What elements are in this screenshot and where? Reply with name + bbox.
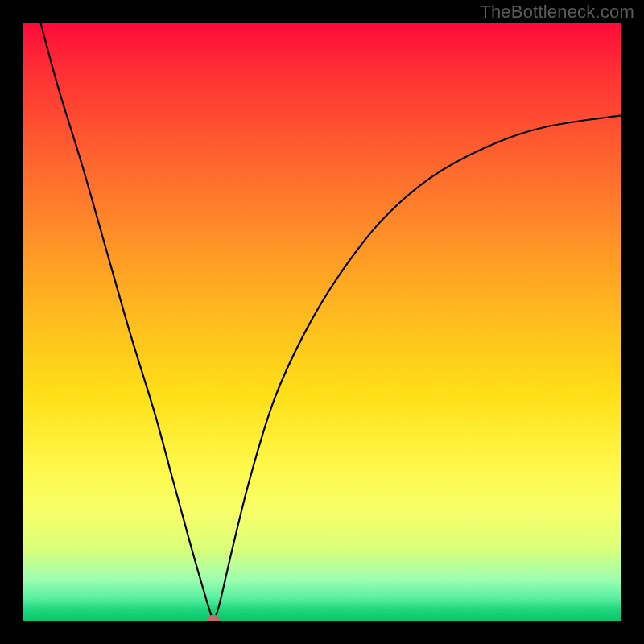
bottleneck-curve	[23, 23, 621, 621]
frame-border-left	[0, 0, 23, 644]
frame-border-right	[621, 0, 644, 644]
watermark-text: TheBottleneck.com	[480, 2, 634, 23]
chart-frame	[0, 0, 644, 644]
frame-border-bottom	[0, 621, 644, 644]
